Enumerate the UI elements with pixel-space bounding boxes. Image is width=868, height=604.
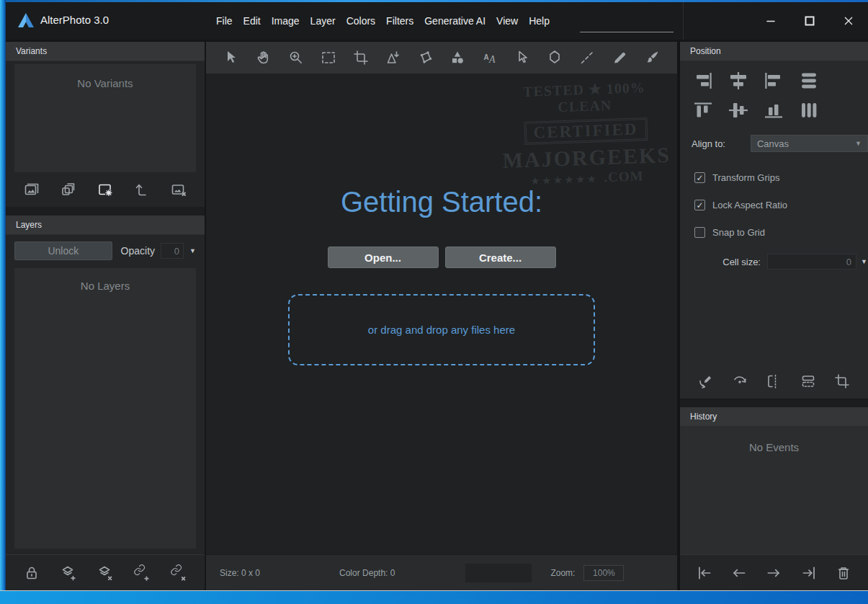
cell-size-field[interactable]: 0 [767, 254, 856, 270]
marquee-select-tool-button[interactable] [316, 45, 341, 71]
flip-horizontal-icon [765, 373, 782, 390]
align-top-button[interactable] [692, 100, 715, 120]
variants-toolbar [6, 172, 205, 207]
align-bottom-button[interactable] [762, 100, 785, 120]
variants-list[interactable]: No Variants [14, 64, 196, 172]
align-left-button[interactable] [762, 71, 785, 91]
menu-filters[interactable]: Filters [386, 15, 413, 27]
align-to-value: Canvas [757, 138, 789, 149]
first-event-button[interactable] [692, 560, 717, 586]
distribute-horizontally-button[interactable] [797, 100, 820, 120]
delete-variant-button[interactable] [166, 177, 191, 203]
zoom-tool-button[interactable] [284, 45, 308, 71]
align-top-icon [692, 101, 714, 120]
cell-size-caret-icon[interactable]: ▼ [861, 259, 867, 265]
add-layer-button[interactable] [56, 560, 81, 586]
menu-image[interactable]: Image [272, 15, 300, 27]
crop-tool-button[interactable] [349, 45, 373, 71]
drag-drop-text: or drag and drop any files here [368, 324, 515, 336]
close-button[interactable] [829, 2, 868, 40]
align-vertical-center-button[interactable] [727, 100, 750, 120]
line-tool-icon [578, 49, 596, 66]
opacity-dropdown-caret-icon[interactable]: ▼ [189, 248, 196, 254]
select-tool-icon [223, 49, 240, 66]
window-frame-bottom [0, 590, 868, 604]
flip-horizontal-button[interactable] [761, 368, 786, 394]
search-field[interactable] [580, 32, 674, 32]
transform-grips-checkbox[interactable] [694, 172, 705, 183]
layers-list[interactable]: No Layers [14, 268, 196, 549]
rotate-button[interactable] [728, 368, 752, 394]
menu-view[interactable]: View [496, 15, 518, 27]
title-bar: AlterPhoto 3.0 File Edit Image Layer Col… [6, 2, 868, 40]
polygon-tool-icon [546, 49, 563, 66]
delete-layer-button[interactable] [93, 560, 117, 586]
delete-history-button[interactable] [831, 560, 856, 586]
shapes-tool-button[interactable] [445, 45, 470, 71]
line-tool-button[interactable] [575, 45, 599, 71]
lock-button[interactable] [19, 560, 44, 586]
minimize-button[interactable] [751, 2, 790, 40]
history-list[interactable]: No Events [680, 427, 868, 554]
maximize-button[interactable] [790, 2, 829, 40]
duplicate-variant-button[interactable] [56, 177, 81, 203]
menu-help[interactable]: Help [529, 15, 550, 27]
next-event-button[interactable] [761, 560, 786, 586]
menu-layer[interactable]: Layer [310, 15, 336, 27]
distribute-vertically-button[interactable] [797, 71, 820, 91]
menu-colors[interactable]: Colors [346, 15, 375, 27]
warp-tool-button[interactable] [413, 45, 438, 71]
maximize-icon [804, 15, 815, 27]
variant-settings-button[interactable] [93, 177, 117, 203]
menu-generative-ai[interactable]: Generative AI [424, 15, 486, 27]
node-select-tool-button[interactable] [510, 45, 534, 71]
polygon-tool-button[interactable] [542, 45, 567, 71]
menu-edit[interactable]: Edit [243, 15, 261, 27]
select-tool-button[interactable] [219, 45, 243, 71]
export-variant-button[interactable] [130, 177, 154, 203]
getting-started-heading: Getting Started: [206, 186, 677, 218]
transform-grips-label: Transform Grips [712, 172, 779, 183]
align-horizontal-center-button[interactable] [727, 71, 750, 91]
previous-event-button[interactable] [727, 560, 751, 586]
variants-empty-text: No Variants [77, 77, 133, 172]
transform-tool-icon [385, 49, 402, 66]
align-left-icon [763, 71, 784, 90]
align-to-dropdown[interactable]: Canvas ▼ [751, 135, 868, 152]
distribute-vertically-icon [798, 71, 820, 90]
brush-tool-button[interactable] [640, 45, 664, 71]
crop-to-content-button[interactable] [830, 368, 854, 394]
shapes-tool-icon [449, 49, 466, 66]
window-frame-top [0, 0, 868, 2]
watermark-com: .COM [604, 168, 644, 185]
layers-empty-text: No Layers [81, 280, 130, 549]
window-frame-left [0, 0, 6, 591]
canvas[interactable]: TESTED ★ 100% CLEAN CERTIFIED MAJORGEEKS… [206, 74, 677, 554]
lock-aspect-ratio-checkbox[interactable] [694, 200, 705, 210]
status-input-field[interactable] [465, 564, 532, 582]
text-tool-button[interactable]: A A [478, 45, 502, 71]
history-panel-header: History [680, 407, 868, 427]
flip-vertical-button[interactable] [796, 368, 820, 394]
position-toolbar [680, 364, 868, 399]
add-link-button[interactable] [130, 560, 154, 586]
menu-file[interactable]: File [216, 15, 233, 27]
pencil-tool-button[interactable] [607, 45, 632, 71]
opacity-value-field[interactable]: 0 [161, 243, 184, 259]
remove-link-button[interactable] [166, 560, 191, 586]
open-button[interactable]: Open... [328, 247, 439, 268]
pan-tool-button[interactable] [251, 45, 276, 71]
unlock-button[interactable]: Unlock [14, 241, 112, 260]
create-button[interactable]: Create... [445, 247, 556, 268]
free-rotate-icon [697, 373, 715, 390]
align-right-button[interactable] [692, 71, 715, 91]
last-event-button[interactable] [797, 560, 821, 586]
zoom-value-field[interactable]: 100% [583, 565, 624, 581]
align-horizontal-center-icon [728, 71, 749, 90]
transform-tool-button[interactable] [381, 45, 406, 71]
drag-drop-zone[interactable]: or drag and drop any files here [288, 294, 595, 365]
free-rotate-button[interactable] [694, 368, 718, 394]
snap-to-grid-checkbox[interactable] [694, 227, 705, 238]
add-image-variant-button[interactable] [19, 177, 44, 203]
position-panel-title: Position [690, 46, 721, 56]
